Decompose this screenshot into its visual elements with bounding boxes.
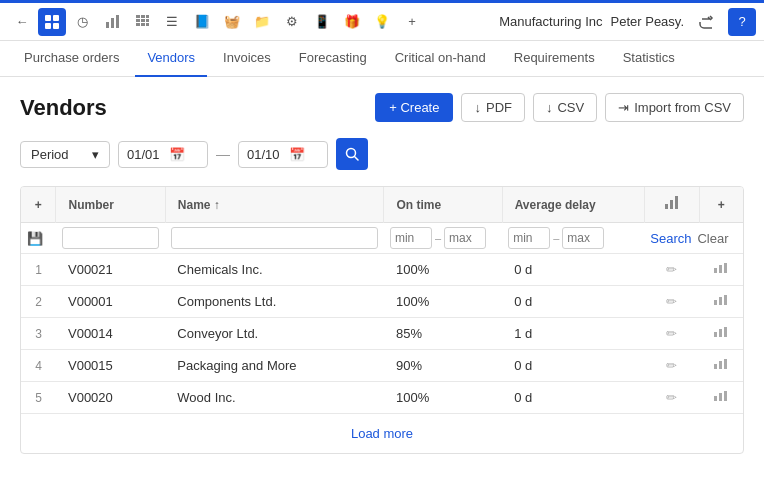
add-app-icon[interactable]: + xyxy=(398,8,426,36)
top-bar: ← ◷ ☰ 📘 🧺 📁 ⚙ 📱 🎁 💡 + Manufacturing Inc … xyxy=(0,3,764,41)
load-more-button[interactable]: Load more xyxy=(351,426,413,441)
row-avgdelay: 1 d xyxy=(502,318,644,350)
header-actions: + Create ↓ PDF ↓ CSV ⇥ Import from CSV xyxy=(375,93,744,122)
date-search-button[interactable] xyxy=(336,138,368,170)
nav-critical-on-hand[interactable]: Critical on-hand xyxy=(383,41,498,77)
clock-icon[interactable]: ◷ xyxy=(68,8,96,36)
nav-forecasting[interactable]: Forecasting xyxy=(287,41,379,77)
page-header: Vendors + Create ↓ PDF ↓ CSV ⇥ Import fr… xyxy=(20,93,744,122)
bar-chart-icon[interactable] xyxy=(98,8,126,36)
row-edit-cell: ✏ xyxy=(644,254,699,286)
row-index: 1 xyxy=(21,254,56,286)
filter-actions-cell: Search Clear xyxy=(644,223,743,254)
help-icon[interactable]: ? xyxy=(728,8,756,36)
period-select[interactable]: Period ▾ xyxy=(20,141,110,168)
col-ontime-header[interactable]: On time xyxy=(384,187,502,223)
add-row-icon[interactable]: + xyxy=(35,198,42,212)
ontime-min-input[interactable] xyxy=(390,227,432,249)
calendar-to-icon: 📅 xyxy=(289,147,305,162)
avgdelay-min-input[interactable] xyxy=(508,227,550,249)
row-ontime: 85% xyxy=(384,318,502,350)
gear-icon[interactable]: ⚙ xyxy=(278,8,306,36)
svg-rect-35 xyxy=(724,391,727,401)
row-avgdelay: 0 d xyxy=(502,382,644,414)
phone-icon[interactable]: 📱 xyxy=(308,8,336,36)
row-chart-icon[interactable] xyxy=(713,326,729,338)
row-chart-icon[interactable] xyxy=(713,262,729,274)
table-row: 2 V00001 Components Ltd. 100% 0 d ✏ xyxy=(21,286,743,318)
pdf-button[interactable]: ↓ PDF xyxy=(461,93,525,122)
svg-rect-19 xyxy=(670,200,673,209)
svg-rect-0 xyxy=(45,15,51,21)
row-chart-icon[interactable] xyxy=(713,390,729,402)
svg-rect-18 xyxy=(665,204,668,209)
row-chart-cell xyxy=(699,318,743,350)
date-to-field[interactable]: 01/10 📅 xyxy=(238,141,328,168)
svg-rect-31 xyxy=(719,361,722,369)
edit-icon[interactable]: ✏ xyxy=(666,358,677,373)
bulb-icon[interactable]: 💡 xyxy=(368,8,396,36)
load-more-cell: Load more xyxy=(21,414,743,454)
edit-icon[interactable]: ✏ xyxy=(666,390,677,405)
filter-save-icon[interactable]: 💾 xyxy=(27,231,43,246)
row-number: V00014 xyxy=(56,318,165,350)
nav-requirements[interactable]: Requirements xyxy=(502,41,607,77)
svg-rect-32 xyxy=(724,359,727,369)
chevron-down-icon: ▾ xyxy=(92,147,99,162)
row-index: 4 xyxy=(21,350,56,382)
gift-icon[interactable]: 🎁 xyxy=(338,8,366,36)
basket-icon[interactable]: 🧺 xyxy=(218,8,246,36)
top-bar-right: Manufacturing Inc Peter Peasy. ? xyxy=(499,8,756,36)
row-chart-cell xyxy=(699,382,743,414)
table-row: 4 V00015 Packaging and More 90% 0 d ✏ xyxy=(21,350,743,382)
svg-rect-34 xyxy=(719,393,722,401)
filter-search-button[interactable]: Search xyxy=(650,231,691,246)
edit-icon[interactable]: ✏ xyxy=(666,294,677,309)
row-edit-cell: ✏ xyxy=(644,382,699,414)
filter-clear-button[interactable]: Clear xyxy=(697,231,728,246)
svg-rect-11 xyxy=(141,19,145,22)
row-chart-icon[interactable] xyxy=(713,294,729,306)
row-name: Components Ltd. xyxy=(165,286,384,318)
grid-icon[interactable] xyxy=(128,8,156,36)
avgdelay-max-input[interactable] xyxy=(562,227,604,249)
col-avgdelay-header[interactable]: Average delay xyxy=(502,187,644,223)
csv-button[interactable]: ↓ CSV xyxy=(533,93,597,122)
edit-icon[interactable]: ✏ xyxy=(666,326,677,341)
search-icon xyxy=(345,147,359,161)
name-filter-input[interactable] xyxy=(171,227,378,249)
svg-rect-21 xyxy=(714,268,717,273)
nav-statistics[interactable]: Statistics xyxy=(611,41,687,77)
svg-rect-3 xyxy=(53,23,59,29)
inventory-icon[interactable] xyxy=(38,8,66,36)
back-icon[interactable]: ← xyxy=(8,8,36,36)
col-number-header[interactable]: Number xyxy=(56,187,165,223)
book-icon[interactable]: 📘 xyxy=(188,8,216,36)
svg-rect-5 xyxy=(111,18,114,28)
create-button[interactable]: + Create xyxy=(375,93,453,122)
col-plus-header[interactable]: + xyxy=(699,187,743,223)
nav-vendors[interactable]: Vendors xyxy=(135,41,207,77)
ontime-max-input[interactable] xyxy=(444,227,486,249)
row-edit-cell: ✏ xyxy=(644,350,699,382)
row-index: 3 xyxy=(21,318,56,350)
list-icon[interactable]: ☰ xyxy=(158,8,186,36)
number-filter-input[interactable] xyxy=(62,227,159,249)
col-add-header: + xyxy=(21,187,56,223)
col-name-header[interactable]: Name ↑ xyxy=(165,187,384,223)
row-name: Packaging and More xyxy=(165,350,384,382)
page-title: Vendors xyxy=(20,95,107,121)
svg-rect-29 xyxy=(724,327,727,337)
nav-invoices[interactable]: Invoices xyxy=(211,41,283,77)
ontime-range-sep: – xyxy=(435,232,441,244)
svg-rect-10 xyxy=(136,19,140,22)
nav-purchase-orders[interactable]: Purchase orders xyxy=(12,41,131,77)
date-from-field[interactable]: 01/01 📅 xyxy=(118,141,208,168)
import-csv-button[interactable]: ⇥ Import from CSV xyxy=(605,93,744,122)
row-name: Chemicals Inc. xyxy=(165,254,384,286)
folder-icon[interactable]: 📁 xyxy=(248,8,276,36)
svg-rect-27 xyxy=(714,332,717,337)
edit-icon[interactable]: ✏ xyxy=(666,262,677,277)
share-icon[interactable] xyxy=(692,8,720,36)
row-chart-icon[interactable] xyxy=(713,358,729,370)
